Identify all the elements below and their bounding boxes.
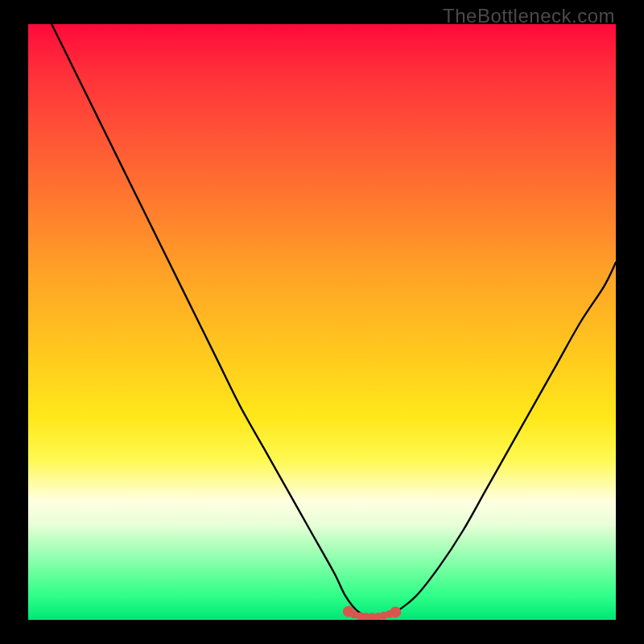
bottleneck-curve <box>52 24 616 617</box>
bottleneck-curve-svg <box>28 24 616 620</box>
optimal-range-markers <box>343 606 401 620</box>
optimal-marker <box>390 606 401 617</box>
chart-plot-area <box>28 24 616 620</box>
watermark-text: TheBottleneck.com <box>443 5 615 27</box>
chart-frame: TheBottleneck.com <box>0 0 644 644</box>
